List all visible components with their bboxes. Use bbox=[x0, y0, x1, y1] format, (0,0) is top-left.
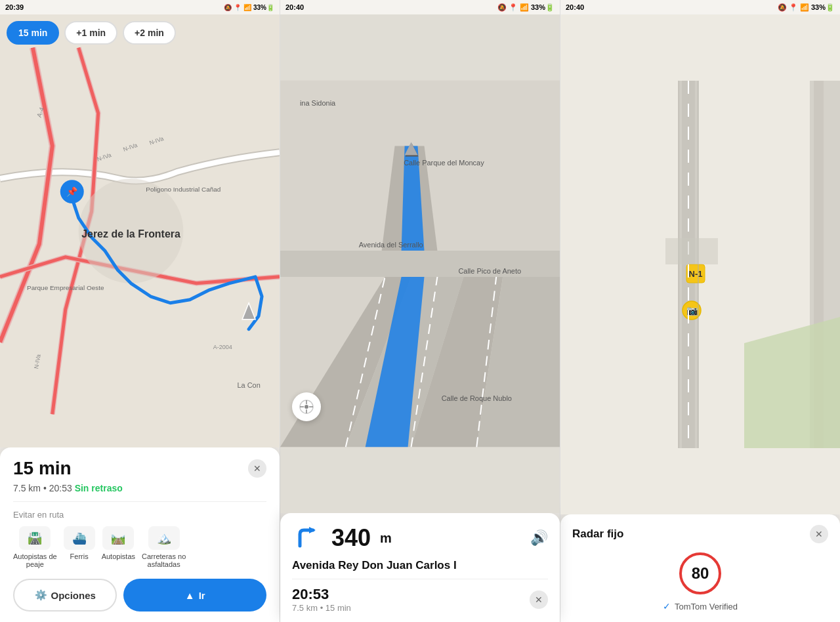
action-buttons: ⚙️ Opciones ▲ Ir bbox=[13, 579, 266, 612]
svg-marker-42 bbox=[309, 527, 316, 533]
go-button[interactable]: ▲ Ir bbox=[123, 579, 266, 612]
notif-icon-3: 🔕 bbox=[778, 3, 787, 11]
route-eta: 20:53 bbox=[49, 483, 72, 493]
highways-icon: 🛤️ bbox=[102, 526, 134, 550]
status-bar-1: 20:39 🔕 📍 📶 33%🔋 bbox=[0, 0, 280, 14]
compass-button[interactable] bbox=[292, 392, 321, 421]
route-info-panel: 15 min ✕ 7.5 km • 20:53 Sin retraso Evit… bbox=[0, 447, 280, 622]
svg-text:Calle de Roque Nublo: Calle de Roque Nublo bbox=[442, 395, 512, 403]
svg-text:📌: 📌 bbox=[66, 186, 78, 197]
svg-text:Avenida del Serrallo: Avenida del Serrallo bbox=[359, 241, 423, 249]
turn-right-svg bbox=[293, 524, 322, 552]
tomtom-verified-row: ✓ TomTom Verified bbox=[572, 601, 828, 612]
nav-distance: 340 bbox=[331, 524, 371, 552]
signal-icon-3: 📶 bbox=[800, 3, 809, 11]
nav-footer-info: 20:53 7.5 km • 15 min bbox=[292, 586, 351, 613]
panel-route-overview: 20:39 🔕 📍 📶 33%🔋 15 min +1 min +2 min bbox=[0, 0, 280, 622]
notification-icon: 🔕 bbox=[224, 4, 232, 11]
toll-label: Autopistas depeaje bbox=[13, 552, 57, 568]
radar-header-row: Radar fijo ✕ bbox=[572, 525, 828, 543]
svg-text:Calle Pico de Aneto: Calle Pico de Aneto bbox=[458, 267, 521, 275]
nav-distance-eta: 7.5 km • 15 min bbox=[292, 603, 351, 613]
delay-status: Sin retraso bbox=[75, 483, 123, 493]
options-label: Opciones bbox=[51, 590, 96, 601]
nav-info-panel: 340m 🔊 Avenida Rey Don Juan Carlos I 20:… bbox=[280, 513, 560, 622]
avoid-highways[interactable]: 🛤️ Autopistas bbox=[102, 526, 135, 568]
gear-icon: ⚙️ bbox=[35, 589, 47, 601]
route-pill-plus2[interactable]: +2 min bbox=[123, 21, 176, 45]
status-icons-3: 🔕 📍 📶 33%🔋 bbox=[778, 3, 835, 12]
svg-text:N-1: N-1 bbox=[689, 269, 703, 279]
svg-text:La Con: La Con bbox=[237, 381, 260, 389]
map-svg-1: Jerez de la Frontera Poligono Industrial… bbox=[0, 14, 280, 447]
total-distance: 7.5 km bbox=[292, 603, 318, 613]
notif-icon-2: 🔕 bbox=[497, 3, 507, 11]
dot-sep: • bbox=[320, 603, 326, 613]
svg-point-37 bbox=[304, 405, 308, 409]
highways-label: Autopistas bbox=[102, 552, 135, 560]
ferry-icon: ⛴️ bbox=[64, 526, 95, 550]
nav-close-button[interactable]: ✕ bbox=[530, 591, 548, 609]
speed-limit-badge: 80 bbox=[679, 552, 721, 594]
svg-rect-56 bbox=[665, 238, 718, 264]
nav-icon: ▲ bbox=[185, 590, 195, 601]
route-pill-15min[interactable]: 15 min bbox=[7, 21, 59, 45]
time-3: 20:40 bbox=[566, 3, 584, 11]
close-info-button[interactable]: ✕ bbox=[248, 459, 266, 478]
loc-icon-3: 📍 bbox=[789, 3, 798, 11]
route-options: 15 min +1 min +2 min bbox=[7, 21, 176, 45]
loc-icon-2: 📍 bbox=[509, 3, 518, 11]
avoid-icons-list: 🛣️ Autopistas depeaje ⛴️ Ferris 🛤️ Autop… bbox=[13, 526, 266, 568]
unpaved-icon: 🏔️ bbox=[148, 526, 180, 550]
avoid-label: Evitar en ruta bbox=[13, 510, 266, 520]
route-pill-plus1[interactable]: +1 min bbox=[64, 21, 117, 45]
nav-footer-row: 20:53 7.5 km • 15 min ✕ bbox=[292, 586, 548, 613]
total-duration: 15 min bbox=[326, 603, 351, 613]
status-icons-1: 🔕 📍 📶 33%🔋 bbox=[224, 4, 274, 11]
avoid-toll[interactable]: 🛣️ Autopistas depeaje bbox=[13, 526, 57, 568]
status-bar-2: 20:40 🔕 📍 📶 33%🔋 bbox=[280, 0, 560, 14]
radar-title: Radar fijo bbox=[572, 528, 623, 541]
battery-text: 33%🔋 bbox=[253, 4, 274, 11]
radar-close-button[interactable]: ✕ bbox=[810, 525, 828, 543]
compass-icon bbox=[299, 399, 314, 415]
battery-2: 33%🔋 bbox=[531, 3, 555, 11]
panel-navigation: 20:40 🔕 📍 📶 33%🔋 bbox=[280, 0, 560, 622]
svg-text:Calle Parque del Moncay: Calle Parque del Moncay bbox=[404, 159, 484, 167]
status-icons-2: 🔕 📍 📶 33%🔋 bbox=[497, 3, 555, 12]
map-radar: N-1 📷 bbox=[560, 14, 840, 514]
map-svg-2: Avenida Rey Don Juan Carlos I Avenida de… bbox=[280, 14, 560, 513]
battery-3: 33%🔋 bbox=[811, 3, 835, 11]
toll-icon: 🛣️ bbox=[19, 526, 51, 550]
avoid-section: Evitar en ruta 🛣️ Autopistas depeaje ⛴️ … bbox=[13, 510, 266, 568]
signal-icon-2: 📶 bbox=[520, 3, 529, 11]
svg-text:A-2004: A-2004 bbox=[213, 344, 232, 350]
time-1: 20:39 bbox=[5, 3, 24, 11]
nav-direction-row: 340m 🔊 bbox=[292, 522, 548, 554]
avoid-ferry[interactable]: ⛴️ Ferris bbox=[64, 526, 95, 568]
verified-checkmark: ✓ bbox=[663, 601, 671, 612]
svg-text:ina Sidonia: ina Sidonia bbox=[300, 99, 336, 107]
ferry-label: Ferris bbox=[70, 552, 89, 560]
route-time: 15 min bbox=[13, 458, 72, 479]
svg-text:Poligono Industrial Cañad: Poligono Industrial Cañad bbox=[146, 186, 220, 193]
radar-info-panel: Radar fijo ✕ 80 ✓ TomTom Verified bbox=[560, 514, 840, 622]
map-navigation: Avenida Rey Don Juan Carlos I Avenida de… bbox=[280, 14, 560, 513]
map-overview: 15 min +1 min +2 min bbox=[0, 14, 280, 447]
sound-button[interactable]: 🔊 bbox=[530, 529, 548, 547]
go-label: Ir bbox=[199, 590, 205, 601]
options-button[interactable]: ⚙️ Opciones bbox=[13, 579, 117, 612]
route-details: 7.5 km • 20:53 Sin retraso bbox=[13, 483, 266, 502]
route-distance: 7.5 km bbox=[13, 483, 41, 493]
info-header: 15 min ✕ bbox=[13, 458, 266, 479]
map-svg-3: N-1 📷 bbox=[560, 14, 840, 514]
svg-text:Parque Empresarial Oeste: Parque Empresarial Oeste bbox=[27, 284, 104, 291]
svg-text:Jerez de la Frontera: Jerez de la Frontera bbox=[81, 228, 180, 239]
panel-radar: 20:40 🔕 📍 📶 33%🔋 bbox=[560, 0, 840, 622]
status-bar-3: 20:40 🔕 📍 📶 33%🔋 bbox=[560, 0, 840, 14]
nav-street-name: Avenida Rey Don Juan Carlos I bbox=[292, 559, 548, 579]
verified-label: TomTom Verified bbox=[675, 602, 738, 612]
unpaved-label: Carreteras noasfaltadas bbox=[142, 552, 186, 568]
location-icon: 📍 bbox=[234, 4, 242, 11]
avoid-unpaved[interactable]: 🏔️ Carreteras noasfaltadas bbox=[142, 526, 186, 568]
